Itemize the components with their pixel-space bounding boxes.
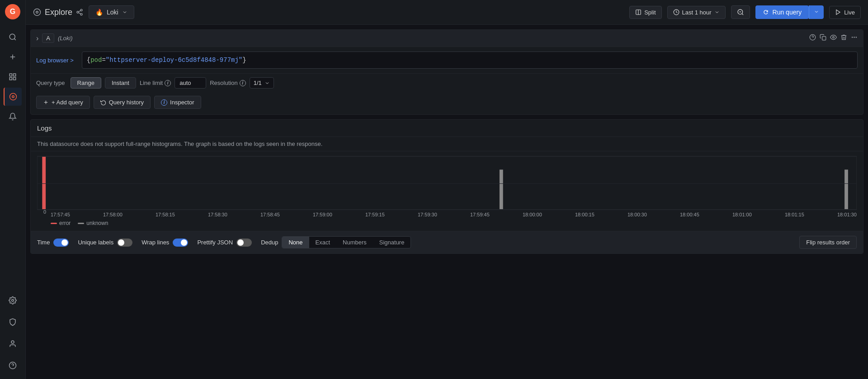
- collapse-icon[interactable]: ›: [36, 34, 38, 42]
- query-datasource-hint: (Loki): [58, 35, 73, 42]
- svg-rect-32: [822, 37, 826, 40]
- logs-notice-text: This datasource does not support full-ra…: [37, 140, 322, 147]
- sidebar-item-security[interactable]: [4, 313, 22, 331]
- flip-results-button[interactable]: Flip results order: [799, 236, 857, 249]
- dedup-control: Dedup None Exact Numbers Signature: [261, 236, 411, 248]
- svg-point-33: [833, 37, 835, 38]
- unique-labels-toggle[interactable]: [117, 239, 132, 247]
- run-query-button[interactable]: Run query: [755, 5, 809, 19]
- svg-point-20: [80, 14, 82, 15]
- chart-x-labels: 17:57:45 17:58:00 17:58:15 17:58:30 17:5…: [51, 212, 857, 217]
- sidebar-item-add[interactable]: [4, 48, 22, 66]
- dedup-label: Dedup: [261, 239, 278, 246]
- instant-button[interactable]: Instant: [105, 77, 136, 89]
- svg-line-27: [742, 14, 743, 15]
- query-header-actions: [809, 34, 858, 42]
- logs-header: Logs: [31, 120, 863, 137]
- line-limit-info-icon[interactable]: i: [165, 80, 171, 86]
- run-query-label: Run query: [773, 9, 802, 16]
- dedup-numbers-option[interactable]: Numbers: [336, 237, 373, 248]
- dedup-exact-option[interactable]: Exact: [309, 237, 337, 248]
- sidebar-item-settings[interactable]: [4, 291, 22, 309]
- sidebar-item-explore[interactable]: [4, 88, 22, 106]
- svg-point-35: [854, 37, 855, 38]
- svg-point-16: [34, 9, 41, 16]
- svg-line-21: [79, 13, 81, 14]
- live-label: Live: [844, 9, 855, 16]
- explore-title: Explore: [45, 8, 72, 17]
- wrap-lines-label: Wrap lines: [142, 239, 169, 246]
- time-control: Time: [37, 239, 69, 247]
- range-button[interactable]: Range: [71, 77, 101, 89]
- dedup-none-option[interactable]: None: [282, 237, 309, 248]
- prettify-json-label: Prettify JSON: [197, 239, 233, 246]
- svg-point-10: [10, 94, 17, 100]
- sidebar-item-help[interactable]: [4, 356, 22, 374]
- query-delete-icon[interactable]: [840, 34, 847, 42]
- svg-point-2: [9, 34, 15, 39]
- query-more-icon[interactable]: [851, 34, 858, 42]
- app-logo[interactable]: G: [5, 4, 21, 20]
- dedup-options-group: None Exact Numbers Signature: [282, 236, 411, 248]
- datasource-icon: 🔥: [95, 9, 103, 16]
- svg-rect-41: [844, 170, 848, 210]
- results-panel: Logs This datasource does not support fu…: [26, 119, 868, 379]
- query-help-icon[interactable]: [809, 34, 816, 42]
- live-button[interactable]: Live: [829, 6, 861, 19]
- resolution-value: 1/1: [254, 80, 262, 86]
- add-query-label: + Add query: [52, 99, 83, 106]
- time-range-button[interactable]: Last 1 hour: [667, 6, 726, 19]
- sidebar-item-search[interactable]: [4, 28, 22, 46]
- chart-area: 2 1 0: [31, 151, 863, 231]
- unique-labels-control: Unique labels: [78, 239, 132, 247]
- resolution-select[interactable]: 1/1: [250, 77, 274, 89]
- query-eye-icon[interactable]: [830, 34, 837, 42]
- add-icon: [43, 99, 49, 105]
- topbar: Explore 🔥 Loki Split Last 1 hour Run que…: [26, 0, 868, 25]
- prettify-json-toggle[interactable]: [236, 239, 252, 247]
- query-copy-icon[interactable]: [820, 34, 826, 42]
- sidebar: G: [0, 0, 26, 379]
- legend-error-color: [51, 223, 57, 224]
- svg-rect-40: [500, 170, 503, 210]
- inspector-label: Inspector: [170, 99, 194, 106]
- datasource-selector[interactable]: 🔥 Loki: [89, 5, 134, 19]
- split-button[interactable]: Split: [629, 6, 661, 19]
- wrap-lines-toggle[interactable]: [173, 239, 188, 247]
- sidebar-item-profile[interactable]: [4, 335, 22, 353]
- query-actions: + Add query Query history i Inspector: [31, 92, 863, 114]
- line-limit-label: Line limit i: [140, 80, 171, 86]
- time-range-label: Last 1 hour: [682, 9, 712, 16]
- logs-title: Logs: [37, 124, 52, 132]
- line-limit-input[interactable]: [175, 77, 206, 89]
- run-query-dropdown-button[interactable]: [809, 5, 824, 19]
- svg-point-36: [856, 37, 857, 38]
- history-icon: [100, 99, 106, 105]
- time-range-chevron-icon: [714, 9, 720, 15]
- chart-svg: [38, 156, 856, 210]
- time-toggle[interactable]: [53, 239, 69, 247]
- datasource-name: Loki: [107, 9, 118, 16]
- share-icon[interactable]: [76, 9, 83, 16]
- sidebar-item-dashboards[interactable]: [4, 68, 22, 86]
- dedup-signature-option[interactable]: Signature: [373, 237, 411, 248]
- svg-point-13: [11, 341, 14, 343]
- add-query-button[interactable]: + Add query: [36, 96, 90, 109]
- query-header: › A (Loki): [31, 30, 863, 47]
- svg-marker-29: [836, 10, 840, 15]
- svg-point-19: [77, 11, 79, 13]
- legend-error-label: error: [59, 220, 71, 226]
- zoom-out-button[interactable]: [731, 5, 750, 19]
- log-browser-button[interactable]: Log browser >: [36, 57, 74, 64]
- svg-rect-8: [9, 78, 12, 80]
- query-history-button[interactable]: Query history: [94, 96, 151, 109]
- inspector-info-icon: i: [161, 99, 167, 106]
- query-input-container[interactable]: {pod="httpserver-deploy-6c5d8f4848-977mj…: [82, 51, 858, 69]
- inspector-button[interactable]: i Inspector: [154, 96, 201, 109]
- query-panel: › A (Loki): [30, 29, 863, 115]
- svg-text:G: G: [10, 8, 15, 15]
- unique-labels-label: Unique labels: [78, 239, 113, 246]
- prettify-json-control: Prettify JSON: [197, 239, 252, 247]
- resolution-info-icon[interactable]: i: [240, 80, 246, 86]
- sidebar-item-alerts[interactable]: [4, 108, 22, 126]
